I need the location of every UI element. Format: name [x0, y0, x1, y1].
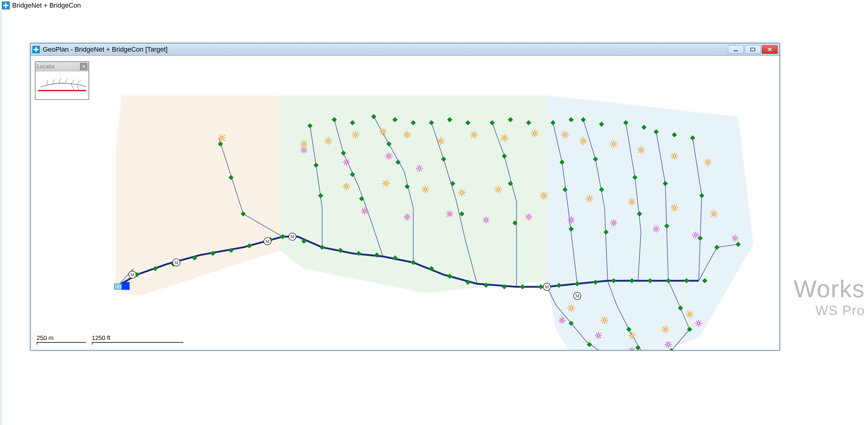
trunk-meter[interactable]: M [543, 283, 551, 290]
locator-minimap[interactable] [35, 72, 89, 99]
svg-point-426 [695, 234, 697, 236]
locator-close-button[interactable]: ✕ [80, 63, 87, 70]
meter-node[interactable] [343, 159, 350, 166]
maximize-button[interactable] [745, 45, 761, 54]
hydrant-node[interactable] [422, 186, 429, 193]
svg-point-174 [425, 189, 426, 190]
svg-point-345 [418, 167, 420, 169]
meter-node[interactable] [610, 220, 617, 227]
meter-label: M [290, 235, 294, 239]
hydrant-node[interactable] [382, 179, 390, 187]
locator-panel[interactable]: Locator ✕ [35, 61, 89, 100]
trunk-meter[interactable]: M [264, 238, 271, 245]
hydrant-node[interactable] [343, 182, 350, 190]
hydrant-node[interactable] [670, 152, 678, 160]
hydrant-node[interactable] [661, 325, 669, 333]
hydrant-node[interactable] [494, 186, 502, 193]
hydrant-node[interactable] [610, 140, 618, 148]
svg-line-514 [77, 80, 80, 84]
maximize-icon [750, 47, 755, 52]
trunk-meter[interactable]: M [574, 292, 581, 300]
meter-node[interactable] [567, 217, 575, 224]
locator-header[interactable]: Locator ✕ [35, 62, 89, 72]
geoplan-titlebar[interactable]: GeoPlan - BridgeNet + BridgeCon [Target] [31, 44, 779, 56]
svg-point-129 [640, 149, 642, 151]
hydrant-node[interactable] [437, 137, 444, 145]
meter-node[interactable] [732, 235, 739, 242]
hydrant-node[interactable] [458, 189, 466, 196]
svg-rect-508 [38, 90, 86, 91]
svg-point-363 [406, 216, 408, 218]
junction-node[interactable] [520, 284, 525, 289]
meter-node[interactable] [692, 232, 700, 239]
meter-node[interactable] [525, 214, 532, 221]
meter-node[interactable] [595, 332, 602, 339]
meter-node[interactable] [446, 210, 453, 218]
hydrant-node[interactable] [628, 198, 636, 205]
hydrant-node[interactable] [685, 310, 693, 318]
network-map[interactable]: MMMMMM [31, 56, 779, 350]
close-button[interactable] [762, 45, 778, 54]
svg-point-246 [570, 307, 572, 309]
trunk-meter[interactable]: M [289, 233, 296, 240]
hydrant-node[interactable] [637, 146, 645, 154]
zone-zone-right [547, 95, 753, 350]
hydrant-node[interactable] [470, 131, 478, 139]
svg-point-93 [534, 132, 536, 134]
meter-node[interactable] [483, 217, 490, 224]
svg-point-156 [346, 186, 347, 187]
geoplan-window[interactable]: GeoPlan - BridgeNet + BridgeCon [Target] [30, 43, 780, 351]
meter-node[interactable] [416, 165, 423, 172]
hydrant-node[interactable] [500, 134, 508, 142]
hydrant-node[interactable] [585, 195, 593, 202]
trunk-meter[interactable]: M [129, 271, 136, 278]
hydrant-node[interactable] [379, 128, 387, 136]
hydrant-node[interactable] [218, 134, 226, 142]
hydrant-node[interactable] [540, 192, 548, 199]
geoplan-canvas[interactable]: MMMMMM Locator ✕ [31, 56, 779, 350]
svg-point-138 [673, 155, 675, 157]
hydrant-node[interactable] [670, 204, 678, 212]
meter-node[interactable] [300, 146, 307, 153]
meter-label: M [545, 285, 549, 289]
meter-node[interactable] [361, 207, 368, 215]
svg-point-75 [473, 134, 475, 136]
hydrant-node[interactable] [600, 316, 609, 324]
svg-rect-1 [751, 48, 755, 51]
hydrant-node[interactable] [567, 304, 575, 312]
svg-line-513 [71, 80, 74, 84]
meter-node[interactable] [404, 214, 411, 221]
hydrant-node[interactable] [324, 137, 332, 145]
minimize-button[interactable] [728, 45, 744, 54]
meter-node[interactable] [695, 320, 703, 327]
hydrant-node[interactable] [710, 210, 718, 218]
hydrant-node[interactable] [531, 129, 539, 137]
watermark-line1: Works [794, 275, 865, 303]
svg-point-210 [588, 198, 590, 199]
svg-point-471 [667, 344, 669, 345]
app-titlebar: BridgeNet + BridgeCon [0, 0, 868, 11]
hydrant-node[interactable] [403, 131, 411, 139]
hydrant-node[interactable] [628, 332, 636, 339]
trunk-meter[interactable]: M [173, 259, 180, 266]
svg-point-336 [388, 155, 390, 157]
app-icon [2, 1, 10, 9]
svg-point-111 [582, 140, 584, 142]
svg-line-509 [47, 80, 48, 85]
svg-point-381 [485, 219, 487, 221]
svg-point-255 [603, 319, 606, 321]
junction-node[interactable] [538, 284, 543, 289]
hydrant-node[interactable] [352, 131, 360, 139]
meter-node[interactable] [652, 226, 660, 233]
hydrant-node[interactable] [704, 158, 712, 166]
svg-point-435 [734, 237, 736, 239]
meter-node[interactable] [385, 152, 393, 160]
svg-point-327 [346, 161, 347, 163]
hydrant-node[interactable] [579, 137, 587, 145]
svg-point-66 [440, 140, 441, 142]
meter-node[interactable] [558, 317, 566, 324]
hydrant-node[interactable] [561, 131, 569, 139]
svg-point-354 [364, 210, 366, 212]
svg-point-201 [543, 195, 545, 196]
meter-node[interactable] [664, 341, 672, 348]
